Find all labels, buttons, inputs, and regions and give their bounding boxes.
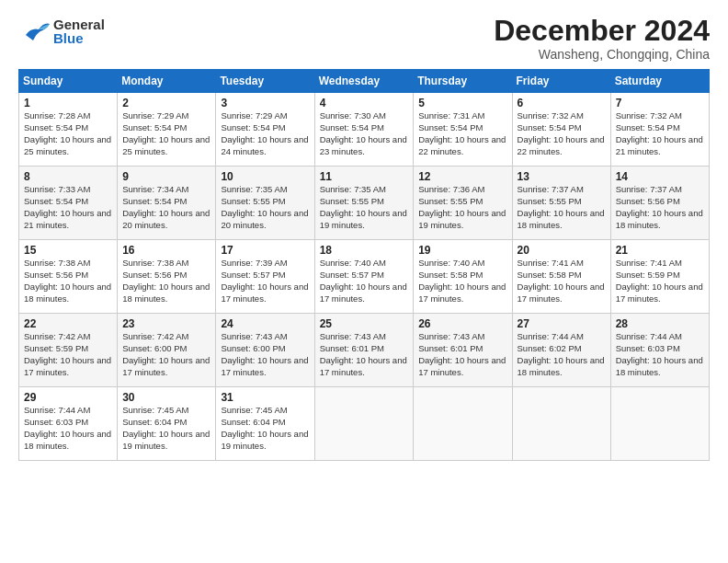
calendar-week-3: 15Sunrise: 7:38 AM Sunset: 5:56 PM Dayli… <box>19 240 710 314</box>
day-number: 17 <box>221 244 309 257</box>
table-row: 27Sunrise: 7:44 AM Sunset: 6:02 PM Dayli… <box>512 314 610 387</box>
day-info: Sunrise: 7:29 AM Sunset: 5:54 PM Dayligh… <box>221 110 309 157</box>
day-number: 3 <box>221 97 309 109</box>
day-info: Sunrise: 7:41 AM Sunset: 5:59 PM Dayligh… <box>616 258 704 304</box>
day-number: 20 <box>518 244 606 257</box>
table-row: 6Sunrise: 7:32 AM Sunset: 5:54 PM Daylig… <box>512 93 610 167</box>
day-info: Sunrise: 7:45 AM Sunset: 6:04 PM Dayligh… <box>122 405 210 452</box>
day-number: 14 <box>616 170 704 183</box>
calendar-body: 1Sunrise: 7:28 AM Sunset: 5:54 PM Daylig… <box>19 93 710 461</box>
day-info: Sunrise: 7:42 AM Sunset: 6:00 PM Dayligh… <box>122 331 210 378</box>
day-number: 28 <box>616 317 704 330</box>
day-number: 15 <box>24 244 112 257</box>
main-title: December 2024 <box>494 15 710 47</box>
calendar-table: Sunday Monday Tuesday Wednesday Thursday… <box>18 69 710 461</box>
table-row: 23Sunrise: 7:42 AM Sunset: 6:00 PM Dayli… <box>118 314 216 387</box>
table-row: 28Sunrise: 7:44 AM Sunset: 6:03 PM Dayli… <box>610 314 709 387</box>
table-row: 29Sunrise: 7:44 AM Sunset: 6:03 PM Dayli… <box>19 387 118 461</box>
day-info: Sunrise: 7:43 AM Sunset: 6:00 PM Dayligh… <box>221 331 309 378</box>
day-number: 9 <box>122 170 210 183</box>
day-info: Sunrise: 7:42 AM Sunset: 5:59 PM Dayligh… <box>24 331 112 378</box>
table-row: 11Sunrise: 7:35 AM Sunset: 5:55 PM Dayli… <box>314 167 414 240</box>
day-info: Sunrise: 7:35 AM Sunset: 5:55 PM Dayligh… <box>221 184 309 231</box>
day-info: Sunrise: 7:43 AM Sunset: 6:01 PM Dayligh… <box>418 331 506 378</box>
table-row: 17Sunrise: 7:39 AM Sunset: 5:57 PM Dayli… <box>216 240 314 314</box>
page-header: General Blue December 2024 Wansheng, Cho… <box>18 15 710 62</box>
day-info: Sunrise: 7:37 AM Sunset: 5:56 PM Dayligh… <box>616 184 704 231</box>
table-row: 22Sunrise: 7:42 AM Sunset: 5:59 PM Dayli… <box>19 314 118 387</box>
day-info: Sunrise: 7:40 AM Sunset: 5:57 PM Dayligh… <box>320 258 409 304</box>
table-row: 10Sunrise: 7:35 AM Sunset: 5:55 PM Dayli… <box>216 167 314 240</box>
day-number: 30 <box>122 391 210 404</box>
day-number: 6 <box>518 97 606 109</box>
table-row: 30Sunrise: 7:45 AM Sunset: 6:04 PM Dayli… <box>118 387 216 461</box>
table-row: 16Sunrise: 7:38 AM Sunset: 5:56 PM Dayli… <box>118 240 216 314</box>
day-info: Sunrise: 7:40 AM Sunset: 5:58 PM Dayligh… <box>418 258 506 304</box>
logo: General Blue <box>18 15 105 48</box>
day-info: Sunrise: 7:35 AM Sunset: 5:55 PM Dayligh… <box>320 184 409 231</box>
table-row: 26Sunrise: 7:43 AM Sunset: 6:01 PM Dayli… <box>414 314 512 387</box>
day-number: 10 <box>221 170 309 183</box>
calendar-week-5: 29Sunrise: 7:44 AM Sunset: 6:03 PM Dayli… <box>19 387 710 461</box>
calendar-week-2: 8Sunrise: 7:33 AM Sunset: 5:54 PM Daylig… <box>19 167 710 240</box>
table-row <box>314 387 414 461</box>
day-number: 5 <box>418 97 506 109</box>
day-info: Sunrise: 7:38 AM Sunset: 5:56 PM Dayligh… <box>24 258 112 304</box>
header-row: Sunday Monday Tuesday Wednesday Thursday… <box>19 70 710 93</box>
calendar-week-4: 22Sunrise: 7:42 AM Sunset: 5:59 PM Dayli… <box>19 314 710 387</box>
day-number: 24 <box>221 317 309 330</box>
table-row: 15Sunrise: 7:38 AM Sunset: 5:56 PM Dayli… <box>19 240 118 314</box>
table-row: 1Sunrise: 7:28 AM Sunset: 5:54 PM Daylig… <box>19 93 118 167</box>
day-info: Sunrise: 7:37 AM Sunset: 5:55 PM Dayligh… <box>518 184 606 231</box>
day-info: Sunrise: 7:34 AM Sunset: 5:54 PM Dayligh… <box>122 184 210 231</box>
table-row <box>512 387 610 461</box>
day-info: Sunrise: 7:31 AM Sunset: 5:54 PM Dayligh… <box>418 110 506 157</box>
day-info: Sunrise: 7:44 AM Sunset: 6:03 PM Dayligh… <box>24 405 112 452</box>
day-number: 23 <box>122 317 210 330</box>
table-row: 4Sunrise: 7:30 AM Sunset: 5:54 PM Daylig… <box>314 93 414 167</box>
day-info: Sunrise: 7:33 AM Sunset: 5:54 PM Dayligh… <box>24 184 112 231</box>
day-number: 2 <box>122 97 210 109</box>
day-number: 12 <box>418 170 506 183</box>
col-sunday: Sunday <box>19 70 118 93</box>
day-info: Sunrise: 7:43 AM Sunset: 6:01 PM Dayligh… <box>320 331 409 378</box>
table-row: 19Sunrise: 7:40 AM Sunset: 5:58 PM Dayli… <box>414 240 512 314</box>
calendar-header: Sunday Monday Tuesday Wednesday Thursday… <box>19 70 710 93</box>
day-info: Sunrise: 7:29 AM Sunset: 5:54 PM Dayligh… <box>122 110 210 157</box>
day-info: Sunrise: 7:38 AM Sunset: 5:56 PM Dayligh… <box>122 258 210 304</box>
table-row: 25Sunrise: 7:43 AM Sunset: 6:01 PM Dayli… <box>314 314 414 387</box>
table-row: 5Sunrise: 7:31 AM Sunset: 5:54 PM Daylig… <box>414 93 512 167</box>
day-number: 22 <box>24 317 112 330</box>
day-info: Sunrise: 7:41 AM Sunset: 5:58 PM Dayligh… <box>518 258 606 304</box>
day-number: 27 <box>518 317 606 330</box>
subtitle: Wansheng, Chongqing, China <box>494 47 710 62</box>
col-thursday: Thursday <box>414 70 512 93</box>
table-row: 24Sunrise: 7:43 AM Sunset: 6:00 PM Dayli… <box>216 314 314 387</box>
col-saturday: Saturday <box>610 70 709 93</box>
table-row: 18Sunrise: 7:40 AM Sunset: 5:57 PM Dayli… <box>314 240 414 314</box>
col-tuesday: Tuesday <box>216 70 314 93</box>
day-info: Sunrise: 7:32 AM Sunset: 5:54 PM Dayligh… <box>616 110 704 157</box>
day-number: 31 <box>221 391 309 404</box>
table-row: 31Sunrise: 7:45 AM Sunset: 6:04 PM Dayli… <box>216 387 314 461</box>
table-row: 9Sunrise: 7:34 AM Sunset: 5:54 PM Daylig… <box>118 167 216 240</box>
logo-name: General Blue <box>53 17 105 45</box>
day-info: Sunrise: 7:45 AM Sunset: 6:04 PM Dayligh… <box>221 405 309 452</box>
table-row <box>414 387 512 461</box>
day-number: 21 <box>616 244 704 257</box>
day-number: 4 <box>320 97 409 109</box>
day-number: 16 <box>122 244 210 257</box>
table-row: 2Sunrise: 7:29 AM Sunset: 5:54 PM Daylig… <box>118 93 216 167</box>
table-row: 20Sunrise: 7:41 AM Sunset: 5:58 PM Dayli… <box>512 240 610 314</box>
col-wednesday: Wednesday <box>314 70 414 93</box>
day-number: 8 <box>24 170 112 183</box>
day-number: 7 <box>616 97 704 109</box>
calendar-week-1: 1Sunrise: 7:28 AM Sunset: 5:54 PM Daylig… <box>19 93 710 167</box>
day-info: Sunrise: 7:36 AM Sunset: 5:55 PM Dayligh… <box>418 184 506 231</box>
col-monday: Monday <box>118 70 216 93</box>
day-info: Sunrise: 7:32 AM Sunset: 5:54 PM Dayligh… <box>518 110 606 157</box>
day-number: 25 <box>320 317 409 330</box>
table-row: 7Sunrise: 7:32 AM Sunset: 5:54 PM Daylig… <box>610 93 709 167</box>
day-number: 1 <box>24 97 112 109</box>
table-row: 21Sunrise: 7:41 AM Sunset: 5:59 PM Dayli… <box>610 240 709 314</box>
